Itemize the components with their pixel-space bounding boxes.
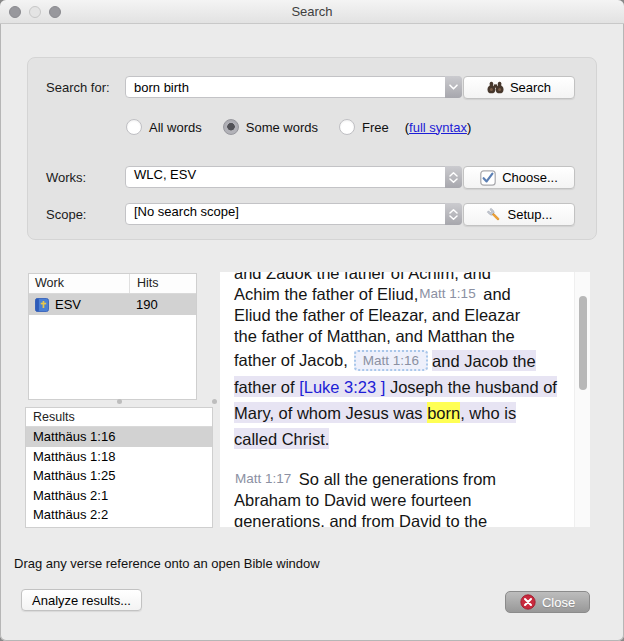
analyze-results-button[interactable]: Analyze results... (21, 589, 142, 611)
scrollbar-track[interactable] (574, 272, 590, 527)
verse-text-segment: Achim the father of Eliud, (234, 285, 418, 303)
verse-text-segment: Joseph the husband of (385, 376, 557, 397)
verse-text-segment: Abraham to David were fourteen (234, 491, 472, 509)
verse-text-line: and Zadok the father of Achim, and (234, 272, 590, 284)
verse-text-segment: the father of Matthan, and Matthan the (234, 327, 515, 345)
verse-ref-link[interactable]: [Luke 3:23 ] (299, 376, 385, 397)
scope-label: Scope: (46, 207, 86, 222)
radio-all-words[interactable]: All words (126, 119, 202, 135)
verse-text-line: called Christ. (234, 425, 590, 451)
result-row[interactable]: Matthäus 1:18 (26, 447, 212, 467)
search-input[interactable] (126, 77, 445, 97)
binoculars-icon (487, 81, 504, 94)
drag-hint-text: Drag any verse reference onto an open Bi… (14, 556, 320, 571)
radio-circle-icon (339, 119, 355, 135)
work-table-header[interactable]: Work Hits (29, 274, 196, 294)
full-syntax-wrap: (full syntax) (405, 120, 472, 135)
results-list-header: Results (26, 408, 212, 427)
splitter-handle-dot[interactable] (212, 399, 217, 404)
verse-text-segment: So all the generations from (294, 470, 496, 488)
verse-text-segment: Mary, of whom Jesus was (234, 402, 427, 423)
verse-text-segment: Eliud the father of Eleazar, and Eleazar (234, 306, 520, 324)
scope-value: [No search scope] (126, 204, 445, 224)
chevron-down-icon (449, 84, 458, 90)
radio-label: All words (149, 120, 202, 135)
close-button-label: Close (542, 595, 575, 610)
scope-popup-stepper[interactable] (445, 203, 462, 225)
verse-text-line: Achim the father of Eliud,Matt 1:15 and (234, 284, 590, 305)
search-window: Search Search for: Search All words (0, 0, 624, 641)
verse-text-line: Eliud the father of Eleazar, and Eleazar (234, 305, 590, 326)
verse-text-segment: called Christ. (234, 428, 329, 449)
search-button[interactable]: Search (463, 76, 575, 99)
verse-text-segment: father of (234, 376, 299, 397)
combobox-dropdown-button[interactable] (445, 76, 462, 98)
setup-button-label: Setup... (508, 207, 553, 222)
verse-text-line: generations, and from David to the (234, 511, 590, 527)
verse-text-segment: and Zadok the father of Achim, and (234, 272, 491, 282)
choose-button-label: Choose... (502, 170, 558, 185)
verse-text-line (234, 451, 590, 469)
verse-ref-box[interactable]: Matt 1:16 (354, 350, 428, 371)
title-bar[interactable]: Search (0, 0, 624, 24)
verse-text-segment: and Jacob the (432, 350, 536, 371)
result-row[interactable]: Matthäus 2:1 (26, 486, 212, 506)
window-title: Search (0, 4, 624, 19)
verse-text-line: Matt 1:17 So all the generations from (234, 469, 590, 490)
choose-button[interactable]: Choose... (463, 166, 575, 189)
bible-book-icon (34, 297, 50, 313)
work-column-header[interactable]: Work (29, 274, 129, 293)
result-row[interactable]: Matthäus 2:2 (26, 505, 212, 525)
close-badge-icon (520, 594, 536, 610)
chevron-down-icon (449, 178, 458, 183)
search-for-label: Search for: (46, 80, 110, 95)
work-hits-table: Work Hits ESV190 (28, 273, 197, 400)
scrollbar-thumb[interactable] (579, 296, 587, 390)
close-button[interactable]: Close (505, 591, 590, 613)
chevron-up-icon (449, 172, 458, 177)
hits-column-header[interactable]: Hits (129, 274, 196, 293)
full-syntax-link[interactable]: full syntax (409, 120, 467, 135)
work-name: ESV (55, 297, 81, 312)
verse-text-line: father of Jacob,Matt 1:16and Jacob the (234, 347, 590, 373)
radio-label: Some words (246, 120, 318, 135)
search-button-label: Search (510, 80, 551, 95)
syntax-paren-close: ) (467, 120, 471, 135)
verse-text-line: Abraham to David were fourteen (234, 490, 590, 511)
radio-circle-icon (126, 119, 142, 135)
verse-text-segment: and (479, 285, 511, 303)
verse-text-panel[interactable]: and Zadok the father of Achim, andAchim … (220, 272, 590, 527)
verse-text-segment: , who is (460, 402, 516, 423)
result-row[interactable]: Matthäus 1:16 (26, 427, 212, 447)
checkmark-icon (480, 170, 496, 186)
scope-popup[interactable]: [No search scope] (125, 203, 462, 225)
work-hits: 190 (129, 297, 196, 312)
works-value: WLC, ESV (126, 167, 445, 187)
works-popup[interactable]: WLC, ESV (125, 166, 462, 188)
chevron-up-icon (449, 209, 458, 214)
splitter-handle-dot[interactable] (117, 399, 122, 404)
works-label: Works: (46, 170, 86, 185)
verse-text: and Zadok the father of Achim, andAchim … (220, 272, 590, 527)
verse-text-line: Mary, of whom Jesus was born, who is (234, 399, 590, 425)
verse-text-line: father of [Luke 3:23 ] Joseph the husban… (234, 373, 590, 399)
radio-free[interactable]: Free (339, 119, 389, 135)
result-row[interactable]: Matthäus 1:25 (26, 466, 212, 486)
works-popup-stepper[interactable] (445, 166, 462, 188)
radio-circle-icon (223, 119, 239, 135)
radio-some-words[interactable]: Some words (223, 119, 318, 135)
setup-button[interactable]: Setup... (463, 203, 575, 226)
hit-word: born (427, 402, 460, 423)
wrench-icon (486, 207, 502, 223)
verse-text-line: the father of Matthan, and Matthan the (234, 326, 590, 347)
verse-text-segment: father of Jacob, (234, 351, 348, 369)
search-form-groupbox: Search for: Search All wordsSome wordsFr… (27, 57, 597, 240)
verse-ref[interactable]: Matt 1:17 (235, 471, 291, 486)
word-mode-radio-group: All wordsSome wordsFree(full syntax) (126, 119, 471, 135)
work-table-row[interactable]: ESV190 (29, 294, 196, 315)
radio-label: Free (362, 120, 389, 135)
search-combobox[interactable] (125, 76, 462, 98)
verse-text-segment: generations, and from David to the (234, 512, 487, 527)
verse-ref[interactable]: Matt 1:15 (419, 286, 475, 301)
analyze-results-label: Analyze results... (32, 593, 131, 608)
